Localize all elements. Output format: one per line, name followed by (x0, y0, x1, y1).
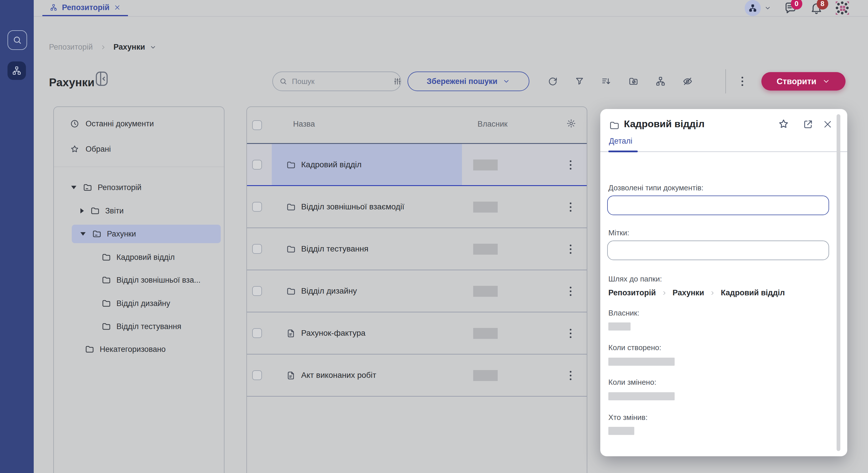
row-selection-highlight (272, 144, 462, 185)
chevron-right-icon (710, 290, 715, 296)
tree-node-uncategorized[interactable]: Некатегоризовано (54, 338, 224, 361)
tree-node-invoices[interactable]: Рахунки (54, 223, 224, 245)
table-row[interactable]: Відділ тестування (247, 228, 587, 270)
apps-grid-icon[interactable] (836, 1, 849, 15)
tree-item-recent-documents[interactable]: Останні документи (54, 115, 224, 133)
row-actions-icon[interactable] (566, 242, 575, 257)
search-box (272, 71, 401, 91)
row-actions-icon[interactable] (566, 368, 575, 383)
path-item[interactable]: Репозиторій (608, 288, 656, 297)
page-title: Рахунки (49, 76, 95, 89)
row-checkbox[interactable] (252, 160, 262, 170)
search-input[interactable] (291, 77, 389, 86)
table-row[interactable]: Відділ дизайну (247, 270, 587, 312)
table-settings-gear-icon[interactable] (566, 119, 576, 128)
saved-searches-button[interactable]: Збережені пошуки (407, 71, 529, 91)
row-actions-icon[interactable] (566, 326, 575, 341)
app-root: { "colors": { "accent": "#3a4da3", "crea… (0, 0, 868, 473)
folder-process-icon[interactable] (628, 76, 639, 87)
tab-details[interactable]: Деталі (609, 137, 632, 146)
sort-icon[interactable] (601, 76, 612, 87)
favorite-star-icon[interactable] (778, 118, 789, 130)
filter-icon[interactable] (575, 77, 584, 86)
row-checkbox[interactable] (252, 328, 262, 338)
workspace-switcher[interactable] (745, 0, 771, 16)
tab-active-underline (608, 151, 638, 152)
search-filters-icon[interactable] (393, 77, 402, 86)
tree-item-label: Останні документи (86, 119, 154, 128)
documents-table: Назва Власник Кадровий відділ Відділ зов… (246, 107, 587, 473)
notifications-badge: 8 (817, 0, 828, 9)
tree-node-external-relations[interactable]: Відділ зовнішньої вза... (54, 268, 224, 292)
folder-open-icon (83, 183, 93, 193)
create-button-label: Створити (777, 77, 816, 86)
tab-repository[interactable]: Репозиторій (42, 0, 128, 16)
doc-types-input[interactable] (607, 196, 829, 215)
toolbar-divider (725, 69, 726, 93)
table-row[interactable]: Акт виконаних робіт (247, 354, 587, 396)
breadcrumb-root[interactable]: Репозиторій (49, 43, 93, 52)
tab-label: Репозиторій (62, 3, 110, 12)
owner-redacted-block (473, 202, 498, 212)
select-all-checkbox[interactable] (252, 120, 262, 130)
caret-right-icon[interactable] (81, 208, 84, 213)
tags-input[interactable] (607, 240, 829, 260)
row-actions-icon[interactable] (566, 157, 575, 173)
tree-node-testing-department[interactable]: Відділ тестування (54, 315, 224, 338)
owner-redacted-block (473, 244, 498, 255)
chevron-down-icon (150, 44, 156, 51)
document-icon (286, 328, 296, 338)
rail-item-repository[interactable] (7, 61, 26, 80)
open-external-icon[interactable] (803, 119, 813, 130)
tree-node-hr-department[interactable]: Кадровий відділ (54, 246, 224, 269)
search-icon (12, 35, 22, 45)
row-actions-icon[interactable] (566, 284, 575, 299)
row-actions-icon[interactable] (566, 200, 575, 214)
global-search-button[interactable] (7, 30, 27, 50)
folder-icon (90, 206, 100, 216)
folder-icon (101, 322, 111, 331)
folder-icon (286, 202, 296, 212)
eye-off-icon[interactable] (682, 76, 693, 87)
table-row[interactable]: Кадровий відділ (247, 144, 587, 186)
tree-node-design-department[interactable]: Відділ дизайну (54, 292, 224, 315)
path-item[interactable]: Рахунки (673, 288, 704, 297)
column-header-owner[interactable]: Власник (477, 120, 507, 129)
tree-node-label: Кадровий відділ (117, 253, 175, 262)
tree-node-reports[interactable]: Звіти (54, 199, 224, 223)
close-icon[interactable] (823, 119, 833, 129)
folder-icon (609, 120, 620, 131)
list-toolbar (548, 71, 693, 91)
notifications-button[interactable]: 8 (810, 1, 823, 15)
row-checkbox[interactable] (252, 370, 262, 380)
messages-button[interactable]: 0 (784, 1, 797, 15)
table-row[interactable]: Відділ зовнішньої взаємодії (247, 186, 587, 228)
more-actions-icon[interactable] (737, 74, 748, 89)
modified-redacted-block (608, 392, 675, 400)
row-checkbox[interactable] (252, 286, 262, 296)
row-name: Рахунок-фактура (301, 328, 365, 338)
breadcrumb-current-label: Рахунки (114, 43, 145, 52)
refresh-icon[interactable] (548, 76, 558, 87)
caret-down-icon[interactable] (71, 186, 76, 189)
caret-down-icon[interactable] (81, 232, 86, 236)
tree-node-label: Некатегоризовано (100, 345, 166, 354)
path-item[interactable]: Кадровий відділ (721, 288, 785, 297)
tab-close-icon[interactable] (114, 4, 120, 11)
hierarchy-icon[interactable] (655, 76, 666, 87)
table-row[interactable]: Рахунок-фактура (247, 312, 587, 354)
create-button[interactable]: Створити (762, 72, 845, 91)
row-checkbox[interactable] (252, 202, 262, 212)
column-header-name[interactable]: Назва (293, 120, 315, 129)
collapse-panel-icon[interactable] (95, 71, 108, 87)
row-checkbox[interactable] (252, 244, 262, 254)
folder-icon (101, 298, 111, 308)
tree-node-repository[interactable]: Репозиторій (54, 176, 224, 199)
folder-path-label: Шлях до папки: (608, 274, 662, 284)
breadcrumb-current[interactable]: Рахунки (114, 43, 156, 52)
star-icon (70, 145, 79, 154)
doc-types-label: Дозволені типи документів: (608, 183, 704, 193)
details-panel: Кадровий відділ Деталі Дозволені типи до… (600, 109, 847, 456)
panel-scrollbar[interactable] (837, 114, 840, 451)
tree-item-favorites[interactable]: Обрані (54, 140, 224, 158)
